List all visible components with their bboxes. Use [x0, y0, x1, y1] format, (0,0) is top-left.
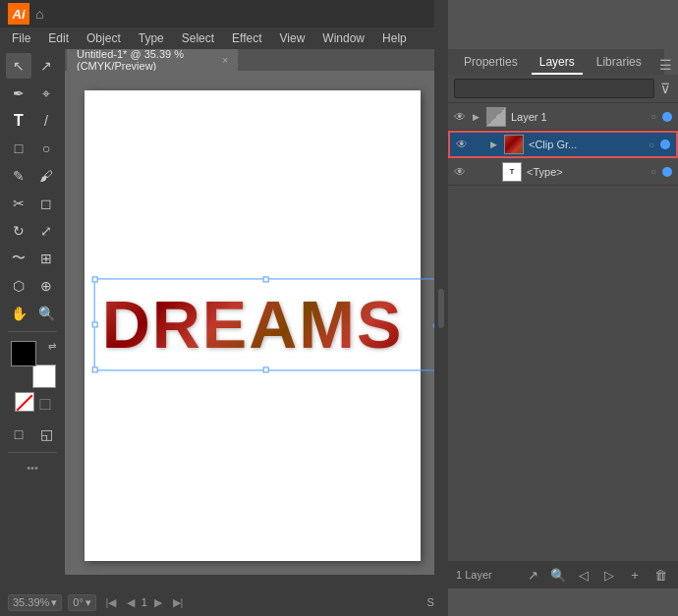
menu-help[interactable]: Help: [374, 29, 415, 47]
right-panel: Properties Layers Libraries ☰ ⊽ 👁 ▶ Laye…: [448, 0, 678, 616]
layer-item-type[interactable]: 👁 T <Type> ○: [448, 158, 678, 186]
rotate-tool[interactable]: ↻: [6, 218, 31, 244]
pen-tool[interactable]: ✒: [6, 81, 31, 106]
ai-logo: Ai: [8, 3, 29, 25]
layer-item-clipgroup[interactable]: 👁 ▶ <Clip Gr... ○: [448, 131, 678, 158]
draw-inside[interactable]: ◱: [33, 421, 59, 447]
rect-tool[interactable]: □: [6, 136, 31, 161]
tab-properties[interactable]: Properties: [456, 51, 526, 75]
scale-tool[interactable]: ⤢: [33, 218, 59, 244]
document-close-icon[interactable]: ×: [222, 55, 228, 66]
tool-row-nav: ✋ 🔍: [6, 301, 59, 326]
move-down-button[interactable]: ▷: [599, 565, 619, 585]
layer1-name: Layer 1: [511, 111, 645, 123]
handle-bottom-center: [263, 366, 269, 372]
more-tools[interactable]: •••: [27, 462, 38, 474]
menu-window[interactable]: Window: [314, 29, 372, 47]
color-swatches: ⇄: [7, 341, 58, 390]
menu-effect[interactable]: Effect: [224, 29, 269, 47]
panel-handle-visual: [438, 289, 444, 328]
type-tool[interactable]: T: [6, 108, 31, 134]
mesh-tool[interactable]: ⊕: [33, 273, 59, 299]
hand-tool[interactable]: ✋: [6, 301, 31, 326]
scissors-tool[interactable]: ✂: [6, 191, 31, 216]
type-visibility-toggle[interactable]: 👁: [452, 164, 468, 180]
clipgroup-thumbnail: [504, 135, 524, 154]
panel-expand-handle[interactable]: [434, 0, 448, 616]
swap-icon[interactable]: ⇄: [48, 341, 56, 352]
width-tool[interactable]: ⊞: [33, 246, 59, 271]
menu-type[interactable]: Type: [131, 29, 172, 47]
tool-row-select: ↖ ↗: [6, 53, 59, 79]
clipgroup-visibility-toggle[interactable]: 👁: [454, 137, 470, 152]
stroke-swatch[interactable]: [32, 364, 56, 388]
layers-filter-button[interactable]: ⊽: [658, 79, 672, 98]
zoom-dropdown[interactable]: 35.39% ▾: [8, 594, 62, 611]
tool-row-pen: ✒ ⌖: [6, 81, 59, 106]
document-tab-label: Untitled-1* @ 35.39 % (CMYK/Preview): [77, 48, 216, 72]
layer1-lock-icon[interactable]: ○: [647, 110, 660, 124]
clipgroup-lock-icon[interactable]: ○: [645, 138, 658, 151]
tool-row-shape: □ ○: [6, 136, 59, 161]
zoom-arrow: ▾: [51, 596, 57, 609]
tool-divider-2: [8, 452, 57, 453]
move-up-button[interactable]: ◁: [574, 565, 593, 585]
page-first-button[interactable]: |◀: [102, 593, 120, 611]
left-toolbar: ↖ ↗ ✒ ⌖ T / □ ○ ✎ 🖌 ✂ ◻ ↻ ⤢ 〜 ⊞ ⬡ ⊕ ✋ 🔍: [0, 49, 65, 588]
locate-button[interactable]: 🔍: [548, 565, 568, 585]
zoom-tool[interactable]: 🔍: [33, 301, 59, 326]
page-prev-button[interactable]: ◀: [122, 593, 140, 611]
tab-layers[interactable]: Layers: [532, 51, 583, 75]
line-tool[interactable]: /: [33, 108, 59, 134]
scroll-bottom[interactable]: [65, 575, 448, 588]
dreams-container: DREAMS: [102, 286, 404, 363]
none-icon[interactable]: □: [40, 394, 51, 415]
layers-footer: 1 Layer ↗ 🔍 ◁ ▷ + 🗑: [448, 561, 678, 588]
type-lock-icon[interactable]: ○: [647, 165, 660, 179]
layers-search-input[interactable]: [454, 79, 654, 98]
layer1-color-dot: [662, 112, 672, 122]
layer1-visibility-toggle[interactable]: 👁: [452, 109, 468, 125]
normal-mode[interactable]: □: [6, 421, 31, 447]
delete-layer-button[interactable]: 🗑: [650, 565, 670, 585]
eraser-tool[interactable]: ◻: [33, 191, 59, 216]
menu-edit[interactable]: Edit: [40, 29, 77, 47]
tool-row-erase: ✂ ◻: [6, 191, 59, 216]
layers-search-bar: ⊽: [448, 75, 678, 103]
layer-item-layer1[interactable]: 👁 ▶ Layer 1 ○: [448, 103, 678, 131]
draw-mode-row: □ ◱: [6, 421, 59, 447]
handle-middle-left: [92, 321, 98, 327]
direct-select-tool[interactable]: ↗: [33, 53, 59, 79]
make-layer-set-button[interactable]: ↗: [523, 565, 542, 585]
canvas-area: DREAMS: [65, 71, 448, 588]
page-last-button[interactable]: ▶|: [169, 593, 187, 611]
blob-brush-tool[interactable]: 🖌: [33, 163, 59, 189]
angle-dropdown[interactable]: 0° ▾: [68, 594, 96, 611]
selection-tool[interactable]: ↖: [6, 53, 31, 79]
new-layer-button[interactable]: +: [625, 565, 645, 585]
home-icon[interactable]: ⌂: [35, 6, 43, 22]
menu-object[interactable]: Object: [79, 29, 129, 47]
no-fill-button[interactable]: [15, 392, 38, 416]
panel-menu-button[interactable]: ☰: [655, 55, 676, 75]
brush-tool[interactable]: ✎: [6, 163, 31, 189]
ellipse-tool[interactable]: ○: [33, 136, 59, 161]
type-color-dot: [662, 167, 672, 177]
tab-libraries[interactable]: Libraries: [589, 51, 650, 75]
menu-view[interactable]: View: [272, 29, 313, 47]
menu-file[interactable]: File: [4, 29, 38, 47]
clipgroup-collapse-arrow[interactable]: ▶: [487, 139, 499, 150]
dreams-text: DREAMS: [102, 286, 404, 363]
fill-swatch[interactable]: [11, 341, 36, 366]
fill-tool[interactable]: ⬡: [6, 273, 31, 299]
menu-select[interactable]: Select: [174, 29, 222, 47]
warp-tool[interactable]: 〜: [6, 246, 31, 271]
document-tab[interactable]: Untitled-1* @ 35.39 % (CMYK/Preview) ×: [67, 49, 238, 71]
type-thumbnail: T: [502, 162, 522, 182]
page-number: 1: [141, 596, 147, 608]
anchor-tool[interactable]: ⌖: [33, 81, 59, 106]
angle-value: 0°: [73, 596, 84, 608]
layer1-thumbnail: [486, 107, 506, 127]
page-next-button[interactable]: ▶: [149, 593, 167, 611]
layer1-collapse-arrow[interactable]: ▶: [470, 111, 481, 123]
